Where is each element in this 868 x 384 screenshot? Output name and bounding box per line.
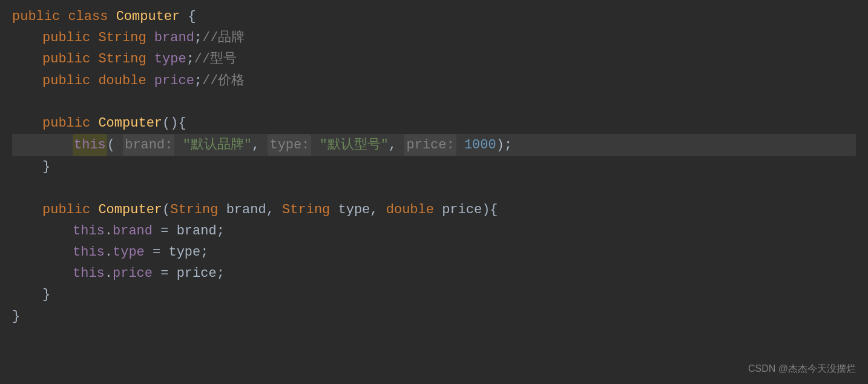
field-brand: brand: [154, 27, 194, 48]
keyword-string-4: String: [282, 199, 338, 220]
code-line-7: this( brand: "默认品牌", type: "默认型号", price…: [12, 134, 856, 156]
dot-3: .: [105, 263, 113, 284]
watermark: CSDN @杰杰今天没摆烂: [748, 361, 856, 377]
this-keyword-4: this: [73, 263, 105, 284]
keyword-double-2: double: [386, 199, 442, 220]
paren-close-2: ){: [482, 199, 498, 220]
param-price: price: [442, 199, 482, 220]
semi-6: ;: [217, 263, 225, 284]
code-line-11: this.brand = brand;: [12, 220, 856, 242]
brace-close-1: }: [42, 156, 50, 177]
code-line-6: public Computer(){: [12, 113, 856, 134]
this-type: type: [113, 242, 145, 263]
paren-open-1: (: [107, 134, 123, 156]
paren-open-2: (: [162, 199, 170, 220]
dot-1: .: [105, 220, 113, 242]
constructor1-name: Computer: [98, 113, 162, 134]
rhs-price: price: [177, 263, 217, 284]
keyword-string-2: String: [98, 48, 154, 70]
rhs-brand: brand: [177, 220, 217, 242]
code-line-3: public String type;//型号: [12, 48, 856, 70]
space-2: [311, 134, 319, 156]
code-line-2: public String brand;//品牌: [12, 27, 856, 48]
semi-4: ;: [217, 220, 225, 242]
this-brand: brand: [113, 220, 153, 242]
code-line-1: public class Computer {: [12, 6, 856, 27]
code-line-15: }: [12, 306, 856, 327]
keyword-public-2: public: [42, 27, 98, 48]
param-brand: brand: [226, 199, 266, 220]
comma-1: ,: [252, 134, 268, 156]
code-line-12: this.type = type;: [12, 242, 856, 263]
space-3: [456, 134, 464, 156]
keyword-class: class: [68, 6, 116, 27]
brace-close-2: }: [42, 284, 50, 305]
code-line-8: }: [12, 156, 856, 177]
param-hint-brand: brand:: [123, 134, 174, 156]
keyword-public-6: public: [42, 199, 98, 220]
comment-price: //价格: [202, 70, 245, 91]
comma-3: ,: [266, 199, 282, 220]
keyword-string: String: [98, 27, 154, 48]
rhs-type: type: [168, 242, 200, 263]
comment-type: //型号: [194, 48, 237, 70]
paren-close-1: );: [496, 134, 512, 156]
keyword-string-3: String: [170, 199, 226, 220]
param-type: type: [338, 199, 370, 220]
string-type: "默认型号": [320, 134, 389, 156]
keyword-double: double: [98, 70, 154, 91]
this-keyword-2: this: [73, 220, 105, 242]
dot-2: .: [105, 242, 113, 263]
number-price: 1000: [464, 134, 496, 156]
assign-2: =: [145, 242, 169, 263]
brace-close-3: }: [12, 306, 20, 327]
assign-1: =: [153, 220, 177, 242]
code-line-10: public Computer(String brand, String typ…: [12, 199, 856, 220]
semicolon-3: ;: [194, 70, 202, 91]
code-line-9-empty: [12, 178, 856, 199]
space-1: [174, 134, 182, 156]
parens-1: (){: [162, 113, 186, 134]
semicolon-1: ;: [194, 27, 202, 48]
semi-5: ;: [200, 242, 208, 263]
semicolon-2: ;: [186, 48, 194, 70]
this-keyword-1: this: [73, 134, 107, 156]
comma-4: ,: [370, 199, 386, 220]
comma-2: ,: [389, 134, 404, 156]
field-price: price: [154, 70, 194, 91]
this-keyword-3: this: [73, 242, 105, 263]
assign-3: =: [153, 263, 177, 284]
constructor2-name: Computer: [98, 199, 162, 220]
class-name-computer: Computer: [116, 6, 188, 27]
code-line-13: this.price = price;: [12, 263, 856, 284]
code-line-4: public double price;//价格: [12, 70, 856, 91]
string-brand: "默认品牌": [183, 134, 252, 156]
param-hint-type: type:: [268, 134, 311, 156]
field-type: type: [154, 48, 186, 70]
keyword-public-3: public: [42, 48, 98, 70]
code-editor: public class Computer { public String br…: [0, 0, 868, 384]
keyword-public: public: [12, 6, 68, 27]
keyword-public-4: public: [42, 70, 98, 91]
keyword-public-5: public: [42, 113, 98, 134]
code-line-14: }: [12, 284, 856, 305]
param-hint-price: price:: [404, 134, 456, 156]
brace-open: {: [188, 6, 196, 27]
comment-brand: //品牌: [202, 27, 245, 48]
this-price: price: [113, 263, 153, 284]
code-line-5-empty: [12, 91, 856, 113]
